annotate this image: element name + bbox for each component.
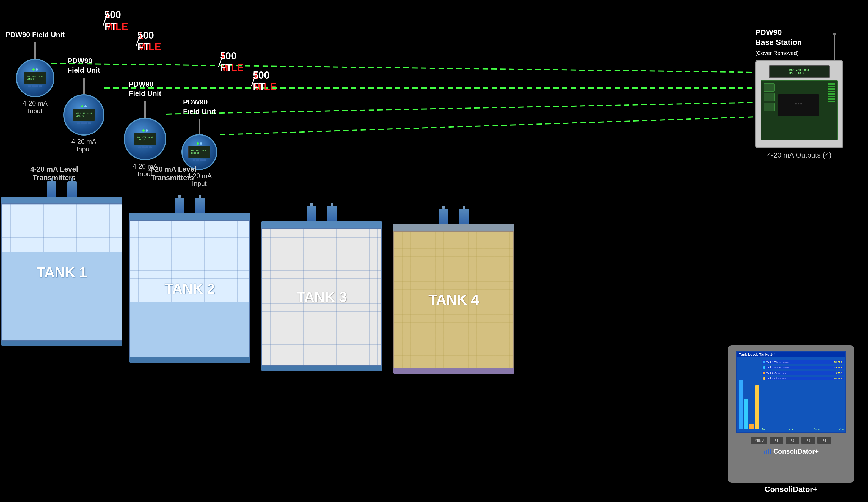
ft-label-3: 500 FT	[220, 50, 236, 73]
bar-wrap-1	[738, 380, 743, 429]
btn-3c[interactable]	[145, 146, 148, 148]
svg-rect-6	[768, 449, 769, 454]
base-station-sublabel: (Cover Removed)	[755, 50, 799, 56]
btn-4c[interactable]	[200, 159, 203, 161]
tank-4-top	[393, 224, 514, 231]
btn-4d[interactable]	[204, 159, 206, 161]
reading-2-unit: Gallons	[782, 366, 789, 369]
btn-3b[interactable]	[142, 146, 145, 148]
btn-1b[interactable]	[32, 85, 35, 87]
transmitter-3a	[307, 206, 316, 221]
base-antenna-cap	[833, 33, 836, 35]
field-unit-2-device: B03 RSSI 18 RTLINK ON	[63, 78, 104, 136]
reading-4-unit: Gallons	[778, 377, 786, 380]
bar-wrap-2	[744, 399, 748, 429]
btn-4b[interactable]	[196, 159, 199, 161]
tank-3-body: TANK 3	[261, 228, 382, 366]
consolidator-logo-icon	[764, 449, 771, 454]
light-green-3	[142, 129, 145, 132]
screen-nav-arrows: ◄ ►	[788, 428, 794, 430]
f1-button[interactable]: F1	[769, 437, 783, 444]
btn-3a[interactable]	[138, 146, 141, 148]
svg-line-0	[43, 63, 797, 73]
light-blue-3	[146, 129, 148, 132]
light-green-4	[197, 143, 199, 145]
tank-2-bottom	[129, 357, 250, 363]
reading-3-unit: Gallons	[778, 372, 786, 375]
transmitter-1a	[47, 181, 56, 197]
reading-3-value: 275.1	[836, 372, 843, 375]
tank-1-top	[1, 197, 122, 203]
field-unit-1-device: A04 A022 18 RTLINK OK	[16, 42, 54, 97]
base-screen-text: MOD ADDR 001RSSI:18 RT	[789, 69, 809, 75]
field-unit-1: PDW90 Field Unit A04 A022 18 RTLINK OK 4…	[6, 30, 65, 115]
device-buttons-2	[77, 122, 91, 124]
tank-3-top	[261, 221, 382, 228]
light-green-1	[32, 69, 35, 71]
terminal-4	[828, 91, 835, 92]
btn-2b[interactable]	[81, 122, 84, 124]
btn-2d[interactable]	[88, 122, 91, 124]
bar-2	[744, 399, 748, 429]
terminal-7	[828, 98, 835, 100]
terminal-1	[828, 83, 835, 85]
screen-text-2: B03 RSSI 18 RTLINK ON	[76, 113, 92, 117]
tank-4-label: TANK 4	[394, 291, 513, 308]
svg-line-3	[220, 115, 797, 135]
btn-1c[interactable]	[35, 85, 38, 87]
module-3	[764, 103, 775, 111]
screen-menu: Menu	[762, 428, 768, 430]
antenna-2	[83, 78, 85, 94]
module-connectors	[764, 83, 775, 111]
transmitter-4b	[459, 209, 469, 224]
f4-button[interactable]: F4	[817, 437, 831, 444]
btn-1a[interactable]	[28, 85, 31, 87]
transmitter-1b	[68, 181, 77, 197]
device-screen-2: B03 RSSI 18 RTLINK ON	[73, 108, 95, 121]
btn-1d[interactable]	[39, 85, 42, 87]
screen-scan: Scan	[814, 428, 820, 430]
bar-4	[755, 385, 760, 429]
reading-2-color	[763, 366, 765, 369]
btn-2c[interactable]	[84, 122, 87, 124]
device-buttons-4	[193, 159, 206, 161]
readings-list: Tank 1 Water Gallons 5,922.8 Tank 2 Wate…	[762, 359, 844, 430]
tank-2-liquid	[130, 302, 249, 357]
menu-button[interactable]: MENU	[751, 437, 767, 444]
distance-2: 1 MILE 500 FT	[137, 36, 138, 47]
device-lights-1	[32, 69, 38, 71]
module-1	[764, 83, 775, 92]
antenna-4	[199, 119, 200, 134]
reading-3-name: Tank 3 Oil	[766, 372, 777, 375]
reading-2-info: Tank 2 Water Gallons	[763, 366, 789, 369]
device-screen-3: A04 RSSI 18 RTLINK ON	[134, 133, 156, 145]
field-unit-2: PDW90Field Unit B03 RSSI 18 RTLINK ON 4-…	[63, 56, 104, 153]
field-unit-1-input: 4-20 mAInput	[22, 100, 48, 115]
transmitter-2a	[175, 198, 184, 213]
reading-1-color	[763, 361, 765, 363]
btn-2a[interactable]	[77, 122, 80, 124]
reading-4-info: Tank 4 Oil Gallons	[763, 377, 786, 380]
screen-text-1: A04 A022 18 RTLINK OK	[27, 76, 43, 81]
distance-3: 1 MILE 500 FT	[220, 56, 221, 67]
field-unit-1-label: PDW90 Field Unit	[6, 30, 65, 40]
terminal-5	[828, 93, 835, 95]
reading-4-name: Tank 4 Oil	[766, 377, 777, 380]
tank-2-container: TANK 2	[129, 198, 250, 363]
device-lights-2	[81, 105, 86, 107]
f2-button[interactable]: F2	[786, 437, 799, 444]
tank-1-transmitters	[1, 181, 122, 197]
btn-3d[interactable]	[149, 146, 152, 148]
device-screen-1: A04 A022 18 RTLINK OK	[24, 72, 46, 84]
function-buttons: MENU F1 F2 F3 F4	[751, 437, 831, 444]
f3-button[interactable]: F3	[802, 437, 815, 444]
transmitter-2b	[195, 198, 205, 213]
base-screen: MOD ADDR 001RSSI:18 RT	[769, 65, 829, 78]
field-unit-2-label: PDW90Field Unit	[68, 56, 100, 75]
svg-line-2	[166, 102, 797, 114]
btn-4a[interactable]	[193, 159, 196, 161]
field-unit-2-input: 4-20 mAInput	[72, 138, 96, 153]
svg-rect-4	[764, 451, 765, 454]
tank-3-label: TANK 3	[262, 289, 381, 305]
reading-row-3: Tank 3 Oil Gallons 275.1	[762, 371, 844, 375]
